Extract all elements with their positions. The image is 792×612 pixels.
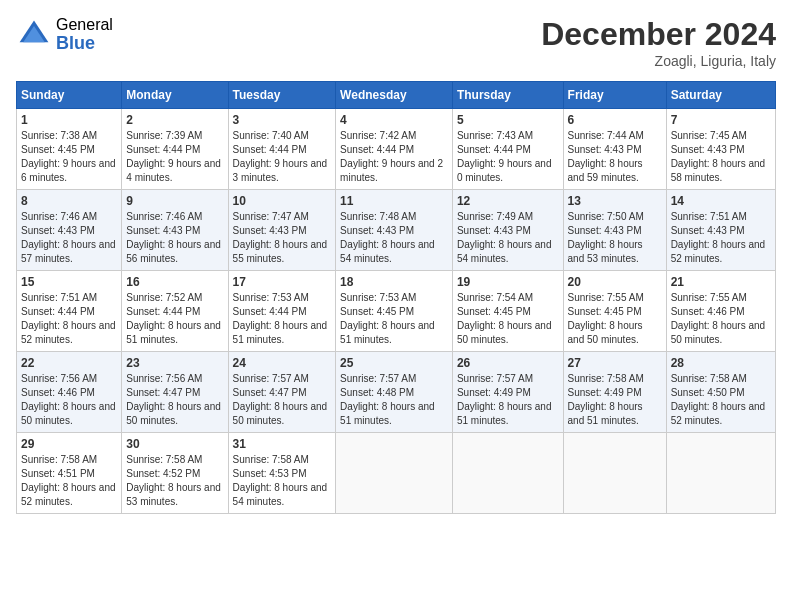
day-info: Sunrise: 7:53 AM Sunset: 4:45 PM Dayligh… (340, 291, 448, 347)
day-number: 15 (21, 275, 117, 289)
calendar-cell: 8 Sunrise: 7:46 AM Sunset: 4:43 PM Dayli… (17, 190, 122, 271)
day-info: Sunrise: 7:48 AM Sunset: 4:43 PM Dayligh… (340, 210, 448, 266)
calendar-cell: 13 Sunrise: 7:50 AM Sunset: 4:43 PM Dayl… (563, 190, 666, 271)
calendar-cell (563, 433, 666, 514)
calendar-cell: 11 Sunrise: 7:48 AM Sunset: 4:43 PM Dayl… (336, 190, 453, 271)
day-number: 27 (568, 356, 662, 370)
calendar-cell: 20 Sunrise: 7:55 AM Sunset: 4:45 PM Dayl… (563, 271, 666, 352)
day-info: Sunrise: 7:58 AM Sunset: 4:49 PM Dayligh… (568, 372, 662, 428)
day-number: 11 (340, 194, 448, 208)
calendar-cell: 5 Sunrise: 7:43 AM Sunset: 4:44 PM Dayli… (452, 109, 563, 190)
day-number: 21 (671, 275, 771, 289)
calendar-cell: 30 Sunrise: 7:58 AM Sunset: 4:52 PM Dayl… (122, 433, 228, 514)
calendar-cell: 18 Sunrise: 7:53 AM Sunset: 4:45 PM Dayl… (336, 271, 453, 352)
header-day: Saturday (666, 82, 775, 109)
day-number: 10 (233, 194, 332, 208)
calendar-week-row: 29 Sunrise: 7:58 AM Sunset: 4:51 PM Dayl… (17, 433, 776, 514)
day-info: Sunrise: 7:49 AM Sunset: 4:43 PM Dayligh… (457, 210, 559, 266)
calendar-cell: 26 Sunrise: 7:57 AM Sunset: 4:49 PM Dayl… (452, 352, 563, 433)
month-title: December 2024 (541, 16, 776, 53)
calendar-week-row: 22 Sunrise: 7:56 AM Sunset: 4:46 PM Dayl… (17, 352, 776, 433)
day-info: Sunrise: 7:57 AM Sunset: 4:48 PM Dayligh… (340, 372, 448, 428)
header-row: SundayMondayTuesdayWednesdayThursdayFrid… (17, 82, 776, 109)
day-number: 5 (457, 113, 559, 127)
calendar-cell: 9 Sunrise: 7:46 AM Sunset: 4:43 PM Dayli… (122, 190, 228, 271)
calendar-cell: 17 Sunrise: 7:53 AM Sunset: 4:44 PM Dayl… (228, 271, 336, 352)
day-number: 30 (126, 437, 223, 451)
logo-blue: Blue (56, 34, 113, 54)
day-info: Sunrise: 7:57 AM Sunset: 4:47 PM Dayligh… (233, 372, 332, 428)
day-info: Sunrise: 7:56 AM Sunset: 4:47 PM Dayligh… (126, 372, 223, 428)
day-number: 25 (340, 356, 448, 370)
day-number: 1 (21, 113, 117, 127)
day-number: 17 (233, 275, 332, 289)
day-number: 8 (21, 194, 117, 208)
calendar-cell: 23 Sunrise: 7:56 AM Sunset: 4:47 PM Dayl… (122, 352, 228, 433)
day-number: 28 (671, 356, 771, 370)
calendar-cell: 25 Sunrise: 7:57 AM Sunset: 4:48 PM Dayl… (336, 352, 453, 433)
day-number: 19 (457, 275, 559, 289)
header-day: Monday (122, 82, 228, 109)
calendar-cell: 6 Sunrise: 7:44 AM Sunset: 4:43 PM Dayli… (563, 109, 666, 190)
header-day: Sunday (17, 82, 122, 109)
calendar-body: 1 Sunrise: 7:38 AM Sunset: 4:45 PM Dayli… (17, 109, 776, 514)
day-info: Sunrise: 7:45 AM Sunset: 4:43 PM Dayligh… (671, 129, 771, 185)
page-header: General Blue December 2024 Zoagli, Ligur… (16, 16, 776, 69)
calendar-cell (452, 433, 563, 514)
day-info: Sunrise: 7:53 AM Sunset: 4:44 PM Dayligh… (233, 291, 332, 347)
logo-text: General Blue (56, 16, 113, 53)
day-info: Sunrise: 7:55 AM Sunset: 4:45 PM Dayligh… (568, 291, 662, 347)
day-number: 22 (21, 356, 117, 370)
day-number: 14 (671, 194, 771, 208)
day-number: 9 (126, 194, 223, 208)
calendar-cell: 21 Sunrise: 7:55 AM Sunset: 4:46 PM Dayl… (666, 271, 775, 352)
day-info: Sunrise: 7:58 AM Sunset: 4:53 PM Dayligh… (233, 453, 332, 509)
day-info: Sunrise: 7:58 AM Sunset: 4:52 PM Dayligh… (126, 453, 223, 509)
day-info: Sunrise: 7:38 AM Sunset: 4:45 PM Dayligh… (21, 129, 117, 185)
logo-icon (16, 17, 52, 53)
day-info: Sunrise: 7:54 AM Sunset: 4:45 PM Dayligh… (457, 291, 559, 347)
header-day: Tuesday (228, 82, 336, 109)
day-number: 23 (126, 356, 223, 370)
day-number: 29 (21, 437, 117, 451)
day-number: 24 (233, 356, 332, 370)
calendar-cell (336, 433, 453, 514)
calendar-cell: 24 Sunrise: 7:57 AM Sunset: 4:47 PM Dayl… (228, 352, 336, 433)
calendar-header: SundayMondayTuesdayWednesdayThursdayFrid… (17, 82, 776, 109)
logo: General Blue (16, 16, 113, 53)
day-info: Sunrise: 7:51 AM Sunset: 4:43 PM Dayligh… (671, 210, 771, 266)
calendar-cell: 14 Sunrise: 7:51 AM Sunset: 4:43 PM Dayl… (666, 190, 775, 271)
calendar-cell: 29 Sunrise: 7:58 AM Sunset: 4:51 PM Dayl… (17, 433, 122, 514)
day-info: Sunrise: 7:56 AM Sunset: 4:46 PM Dayligh… (21, 372, 117, 428)
day-number: 2 (126, 113, 223, 127)
calendar-cell: 10 Sunrise: 7:47 AM Sunset: 4:43 PM Dayl… (228, 190, 336, 271)
day-info: Sunrise: 7:57 AM Sunset: 4:49 PM Dayligh… (457, 372, 559, 428)
calendar-week-row: 8 Sunrise: 7:46 AM Sunset: 4:43 PM Dayli… (17, 190, 776, 271)
day-number: 7 (671, 113, 771, 127)
calendar-cell: 31 Sunrise: 7:58 AM Sunset: 4:53 PM Dayl… (228, 433, 336, 514)
day-number: 13 (568, 194, 662, 208)
day-number: 16 (126, 275, 223, 289)
day-number: 26 (457, 356, 559, 370)
day-info: Sunrise: 7:58 AM Sunset: 4:50 PM Dayligh… (671, 372, 771, 428)
calendar-table: SundayMondayTuesdayWednesdayThursdayFrid… (16, 81, 776, 514)
calendar-cell: 16 Sunrise: 7:52 AM Sunset: 4:44 PM Dayl… (122, 271, 228, 352)
calendar-cell: 2 Sunrise: 7:39 AM Sunset: 4:44 PM Dayli… (122, 109, 228, 190)
day-info: Sunrise: 7:42 AM Sunset: 4:44 PM Dayligh… (340, 129, 448, 185)
day-info: Sunrise: 7:46 AM Sunset: 4:43 PM Dayligh… (21, 210, 117, 266)
day-number: 4 (340, 113, 448, 127)
calendar-cell: 28 Sunrise: 7:58 AM Sunset: 4:50 PM Dayl… (666, 352, 775, 433)
calendar-cell: 7 Sunrise: 7:45 AM Sunset: 4:43 PM Dayli… (666, 109, 775, 190)
day-info: Sunrise: 7:44 AM Sunset: 4:43 PM Dayligh… (568, 129, 662, 185)
calendar-cell: 22 Sunrise: 7:56 AM Sunset: 4:46 PM Dayl… (17, 352, 122, 433)
day-number: 12 (457, 194, 559, 208)
calendar-cell: 4 Sunrise: 7:42 AM Sunset: 4:44 PM Dayli… (336, 109, 453, 190)
day-number: 3 (233, 113, 332, 127)
calendar-week-row: 1 Sunrise: 7:38 AM Sunset: 4:45 PM Dayli… (17, 109, 776, 190)
day-number: 20 (568, 275, 662, 289)
day-info: Sunrise: 7:51 AM Sunset: 4:44 PM Dayligh… (21, 291, 117, 347)
day-info: Sunrise: 7:46 AM Sunset: 4:43 PM Dayligh… (126, 210, 223, 266)
day-info: Sunrise: 7:50 AM Sunset: 4:43 PM Dayligh… (568, 210, 662, 266)
day-number: 31 (233, 437, 332, 451)
calendar-week-row: 15 Sunrise: 7:51 AM Sunset: 4:44 PM Dayl… (17, 271, 776, 352)
